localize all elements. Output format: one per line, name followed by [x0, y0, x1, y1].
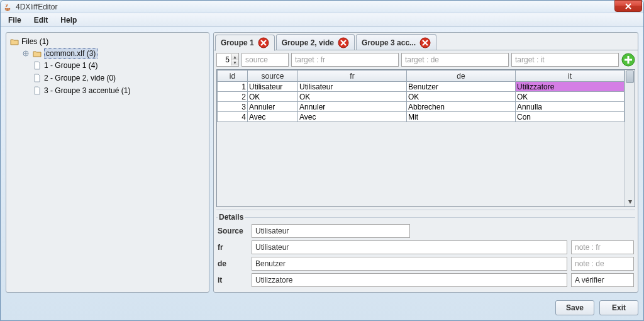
editor-panel: Groupe 1 Groupe 2, vide Groupe 3 acc... — [213, 32, 638, 293]
window-title: 4DXliffEditor — [16, 3, 57, 11]
cell-id[interactable]: 1 — [218, 82, 248, 92]
cell-id[interactable]: 3 — [218, 102, 248, 112]
detail-de-input[interactable] — [252, 257, 567, 271]
col-id[interactable]: id — [218, 70, 248, 82]
cell-source[interactable]: Utilisateur — [248, 82, 298, 92]
body: Files (1) — [1, 27, 643, 298]
translation-table-wrap: id source fr de it 1 Utilisateur — [216, 69, 635, 207]
detail-it-input[interactable] — [252, 273, 567, 287]
tree-item-label: 3 - Groupe 3 accentué (1) — [44, 86, 130, 95]
detail-de-label: de — [218, 259, 248, 268]
cell-de[interactable]: Abbrechen — [407, 102, 516, 112]
col-it[interactable]: it — [516, 70, 625, 82]
close-icon[interactable] — [419, 37, 431, 48]
tab-label: Groupe 3 acc... — [362, 38, 416, 47]
titlebar: 4DXliffEditor — [1, 1, 643, 13]
table-header-row: id source fr de it — [218, 70, 625, 82]
col-de[interactable]: de — [407, 70, 516, 82]
table-row[interactable]: 4 Avec Avec Mit Con — [218, 112, 625, 122]
add-button[interactable] — [621, 53, 635, 67]
filter-row: ▲ ▼ — [216, 53, 635, 67]
cell-fr[interactable]: Avec — [298, 112, 407, 122]
table-row[interactable]: 2 OK OK OK OK — [218, 92, 625, 102]
details-legend: Details — [218, 213, 245, 222]
close-icon[interactable] — [338, 37, 349, 48]
java-icon — [3, 3, 12, 11]
detail-it-note[interactable] — [571, 273, 634, 287]
file-icon — [33, 74, 42, 82]
close-icon[interactable] — [258, 37, 269, 48]
detail-source-input[interactable] — [252, 224, 410, 238]
row-count-spinner[interactable]: ▲ ▼ — [216, 53, 239, 67]
filter-source-input[interactable] — [242, 53, 289, 67]
cell-fr[interactable]: Utilisateur — [298, 82, 407, 92]
tree-item-1[interactable]: 1 - Groupe 1 (4) — [33, 60, 206, 71]
tab-label: Groupe 2, vide — [282, 38, 334, 47]
cell-fr[interactable]: Annuler — [298, 102, 407, 112]
cell-fr[interactable]: OK — [298, 92, 407, 102]
filter-de-input[interactable] — [401, 53, 509, 67]
tab-bar: Groupe 1 Groupe 2, vide Groupe 3 acc... — [214, 33, 638, 50]
row-count-value[interactable] — [217, 54, 231, 65]
cell-id[interactable]: 4 — [218, 112, 248, 122]
menubar: File Edit Help — [1, 13, 643, 27]
scroll-down-icon[interactable]: ▾ — [625, 196, 635, 206]
tree-file[interactable]: common.xlf (3) — [21, 48, 206, 59]
exit-button[interactable]: Exit — [599, 300, 638, 315]
cell-it[interactable]: OK — [516, 92, 625, 102]
save-button[interactable]: Save — [555, 300, 594, 315]
folder-icon — [33, 49, 42, 58]
scrollbar-thumb[interactable] — [626, 70, 634, 83]
spinner-down-icon[interactable]: ▼ — [231, 60, 238, 65]
tree-item-label: 1 - Groupe 1 (4) — [44, 61, 97, 70]
cell-source[interactable]: Avec — [248, 112, 298, 122]
tree-item-2[interactable]: 2 - Groupe 2, vide (0) — [33, 72, 206, 84]
spinner-up-icon[interactable]: ▲ — [231, 54, 238, 60]
app-window: 4DXliffEditor File Edit Help Files (1) — [0, 0, 644, 321]
toggle-icon[interactable] — [21, 49, 30, 58]
button-row: Save Exit — [1, 298, 643, 320]
tree-root-label: Files (1) — [21, 37, 48, 46]
cell-de[interactable]: Mit — [407, 112, 516, 122]
menu-edit[interactable]: Edit — [29, 14, 53, 26]
tree-root[interactable]: Files (1) — [10, 36, 206, 47]
filter-fr-input[interactable] — [291, 53, 399, 67]
cell-it[interactable]: Annulla — [516, 102, 625, 112]
detail-fr-label: fr — [218, 243, 248, 252]
tree-item-label: 2 - Groupe 2, vide (0) — [44, 74, 116, 82]
file-icon — [33, 86, 42, 95]
tab-label: Groupe 1 — [221, 38, 254, 47]
table-row[interactable]: 3 Annuler Annuler Abbrechen Annulla — [218, 102, 625, 112]
cell-source[interactable]: Annuler — [248, 102, 298, 112]
detail-fr-input[interactable] — [252, 240, 567, 254]
filter-it-input[interactable] — [511, 53, 619, 67]
tree-item-3[interactable]: 3 - Groupe 3 accentué (1) — [33, 85, 206, 96]
file-tree-panel: Files (1) — [6, 32, 209, 293]
detail-fr-note[interactable] — [571, 240, 634, 254]
translation-table: id source fr de it 1 Utilisateur — [217, 70, 625, 122]
cell-de[interactable]: OK — [407, 92, 516, 102]
table-row[interactable]: 1 Utilisateur Utilisateur Benutzer Utili… — [218, 82, 625, 92]
detail-de-note[interactable] — [571, 257, 634, 271]
detail-source-label: Source — [218, 227, 248, 235]
tab-groupe-2[interactable]: Groupe 2, vide — [276, 34, 355, 50]
folder-icon — [10, 37, 19, 46]
cell-de[interactable]: Benutzer — [407, 82, 516, 92]
cell-id[interactable]: 2 — [218, 92, 248, 102]
table-scrollbar[interactable]: ▾ — [625, 70, 635, 206]
tab-content: ▲ ▼ — [214, 50, 638, 292]
col-fr[interactable]: fr — [298, 70, 407, 82]
menu-file[interactable]: File — [3, 14, 26, 26]
detail-it-label: it — [218, 276, 248, 284]
file-tree: Files (1) — [9, 35, 206, 98]
tree-file-label: common.xlf (3) — [44, 48, 97, 59]
window-close-button[interactable] — [614, 0, 642, 12]
tab-groupe-3[interactable]: Groupe 3 acc... — [356, 34, 436, 50]
cell-it[interactable]: Utilizzatore — [516, 82, 625, 92]
cell-source[interactable]: OK — [248, 92, 298, 102]
cell-it[interactable]: Con — [516, 112, 625, 122]
tab-groupe-1[interactable]: Groupe 1 — [215, 35, 275, 51]
file-icon — [33, 61, 42, 70]
menu-help[interactable]: Help — [55, 14, 82, 26]
col-source[interactable]: source — [248, 70, 298, 82]
